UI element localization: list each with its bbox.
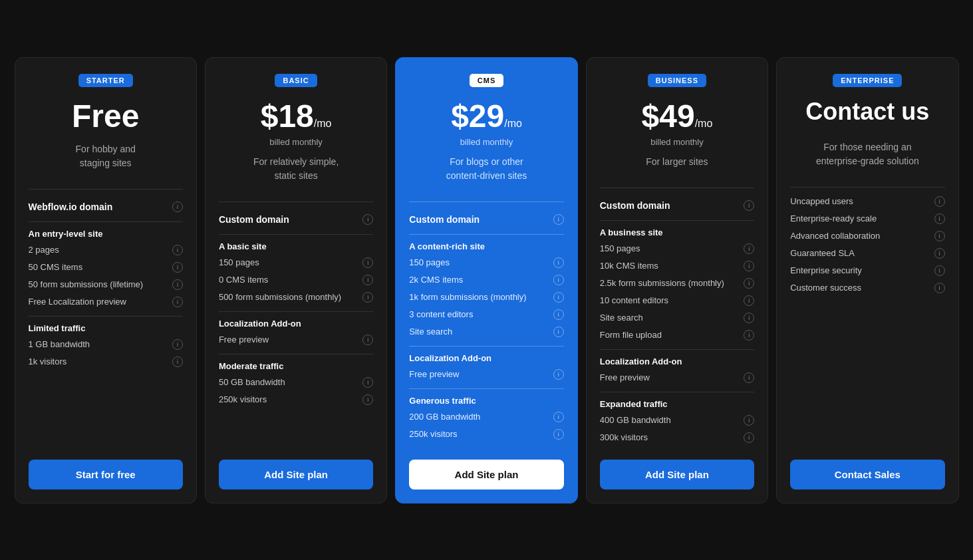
cta-button-enterprise[interactable]: Contact Sales — [790, 460, 944, 490]
feature-item-enterprise-0-1: Enterprise-ready scalei — [790, 210, 944, 227]
feature-category-cms-1: Localization Add-on — [409, 353, 563, 363]
cta-button-basic[interactable]: Add Site plan — [219, 460, 373, 490]
feature-label-basic-0-0: 150 pages — [219, 257, 358, 267]
info-icon-basic-2-0[interactable]: i — [362, 377, 373, 388]
plan-billing-business: billed monthly — [600, 137, 754, 147]
info-icon-basic-1-0[interactable]: i — [362, 335, 373, 345]
info-icon-cms-2-0[interactable]: i — [553, 412, 564, 422]
info-icon-enterprise-0-2[interactable]: i — [934, 231, 945, 241]
info-icon-starter-1-0[interactable]: i — [172, 339, 183, 350]
info-icon-enterprise-0-0[interactable]: i — [934, 196, 945, 207]
domain-info-icon-cms[interactable]: i — [553, 214, 564, 225]
info-icon-basic-2-1[interactable]: i — [362, 394, 373, 405]
feature-label-cms-1-0: Free preview — [409, 369, 549, 379]
info-icon-cms-0-0[interactable]: i — [553, 257, 564, 268]
info-icon-business-0-0[interactable]: i — [744, 243, 754, 254]
feature-item-business-0-5: Form file uploadi — [600, 327, 754, 344]
info-icon-starter-0-3[interactable]: i — [172, 297, 183, 307]
feature-item-basic-2-1: 250k visitorsi — [219, 391, 373, 408]
plan-price-enterprise: Contact us — [790, 98, 944, 126]
plan-price-starter: Free — [29, 98, 183, 134]
domain-feature-basic: Custom domaini — [219, 208, 373, 229]
feature-item-cms-0-4: Site searchi — [409, 323, 563, 341]
info-icon-starter-0-1[interactable]: i — [172, 262, 183, 273]
domain-label-cms: Custom domain — [409, 214, 480, 225]
info-icon-basic-0-0[interactable]: i — [362, 257, 373, 268]
feature-item-business-0-1: 10k CMS itemsi — [600, 257, 754, 275]
feature-item-basic-2-0: 50 GB bandwidthi — [219, 374, 373, 391]
plan-price-area-enterprise: Contact us — [790, 98, 944, 132]
info-icon-cms-2-1[interactable]: i — [553, 429, 564, 440]
cta-button-starter[interactable]: Start for free — [29, 460, 183, 490]
domain-info-icon-business[interactable]: i — [744, 200, 754, 211]
feature-item-starter-0-3: Free Localization previewi — [29, 293, 183, 311]
pricing-grid: STARTERFreeFor hobby andstaging sitesWeb… — [15, 57, 959, 503]
feature-item-cms-0-0: 150 pagesi — [409, 254, 563, 271]
feature-item-cms-0-2: 1k form submissions (monthly)i — [409, 289, 563, 306]
feature-item-business-0-3: 10 content editorsi — [600, 292, 754, 309]
info-icon-business-1-0[interactable]: i — [744, 372, 754, 383]
info-icon-business-0-5[interactable]: i — [744, 330, 754, 341]
cta-button-business[interactable]: Add Site plan — [600, 460, 754, 490]
info-icon-cms-0-3[interactable]: i — [553, 309, 564, 320]
feature-item-business-0-0: 150 pagesi — [600, 240, 754, 257]
plan-badge-business: BUSINESS — [648, 74, 706, 87]
info-icon-business-2-1[interactable]: i — [744, 432, 754, 443]
feature-label-basic-0-2: 500 form submissions (monthly) — [219, 292, 358, 302]
plan-description-basic: For relatively simple,static sites — [219, 155, 373, 183]
plan-card-cms: CMS$29/mobilled monthlyFor blogs or othe… — [395, 57, 577, 503]
feature-category-business-1: Localization Add-on — [600, 356, 754, 366]
feature-label-enterprise-0-4: Enterprise security — [790, 265, 930, 275]
feature-label-business-0-5: Form file upload — [600, 330, 740, 340]
feature-label-cms-2-0: 200 GB bandwidth — [409, 412, 549, 422]
feature-category-basic-2: Moderate traffic — [219, 361, 373, 371]
info-icon-cms-0-1[interactable]: i — [553, 275, 564, 285]
info-icon-enterprise-0-3[interactable]: i — [934, 248, 945, 259]
feature-item-enterprise-0-4: Enterprise securityi — [790, 262, 944, 279]
info-icon-basic-0-2[interactable]: i — [362, 292, 373, 303]
plan-price-period-cms: /mo — [504, 118, 522, 129]
info-icon-business-0-1[interactable]: i — [744, 261, 754, 271]
plan-description-cms: For blogs or othercontent-driven sites — [409, 155, 563, 183]
plan-description-business: For larger sites — [600, 155, 754, 169]
feature-label-starter-1-0: 1 GB bandwidth — [29, 339, 168, 349]
feature-label-cms-2-1: 250k visitors — [409, 429, 549, 439]
info-icon-cms-0-2[interactable]: i — [553, 292, 564, 303]
domain-label-business: Custom domain — [600, 200, 670, 211]
info-icon-business-0-3[interactable]: i — [744, 295, 754, 306]
plan-price-amount-cms: $29 — [451, 98, 504, 134]
feature-item-enterprise-0-2: Advanced collaborationi — [790, 227, 944, 245]
feature-item-starter-0-0: 2 pagesi — [29, 241, 183, 259]
feature-label-enterprise-0-3: Guaranteed SLA — [790, 248, 930, 258]
feature-label-cms-0-1: 2k CMS items — [409, 275, 549, 285]
info-icon-business-0-2[interactable]: i — [744, 278, 754, 289]
info-icon-starter-1-1[interactable]: i — [172, 356, 183, 367]
domain-feature-starter: Webflow.io domaini — [29, 195, 183, 216]
info-icon-cms-1-0[interactable]: i — [553, 369, 564, 380]
feature-label-cms-0-0: 150 pages — [409, 257, 549, 267]
info-icon-starter-0-2[interactable]: i — [172, 279, 183, 290]
info-icon-business-0-4[interactable]: i — [744, 313, 754, 323]
feature-item-enterprise-0-3: Guaranteed SLAi — [790, 245, 944, 262]
info-icon-cms-0-4[interactable]: i — [553, 327, 564, 337]
plan-billing-cms: billed monthly — [409, 137, 563, 147]
info-icon-basic-0-1[interactable]: i — [362, 275, 373, 285]
feature-item-business-2-0: 400 GB bandwidthi — [600, 412, 754, 429]
feature-item-business-0-2: 2.5k form submissions (monthly)i — [600, 275, 754, 292]
feature-label-basic-0-1: 0 CMS items — [219, 275, 358, 285]
domain-info-icon-basic[interactable]: i — [362, 214, 373, 225]
feature-item-starter-1-0: 1 GB bandwidthi — [29, 336, 183, 353]
cta-button-cms[interactable]: Add Site plan — [409, 460, 563, 490]
feature-category-cms-2: Generous traffic — [409, 396, 563, 406]
plan-price-area-starter: Free — [29, 98, 183, 134]
plan-description-starter: For hobby andstaging sites — [29, 142, 183, 170]
info-icon-enterprise-0-1[interactable]: i — [934, 213, 945, 224]
feature-item-starter-0-1: 50 CMS itemsi — [29, 259, 183, 276]
feature-label-enterprise-0-2: Advanced collaboration — [790, 231, 930, 241]
info-icon-enterprise-0-4[interactable]: i — [934, 265, 945, 276]
info-icon-enterprise-0-5[interactable]: i — [934, 283, 945, 293]
info-icon-starter-0-0[interactable]: i — [172, 245, 183, 255]
feature-label-cms-0-3: 3 content editors — [409, 309, 549, 319]
domain-info-icon-starter[interactable]: i — [172, 202, 183, 212]
info-icon-business-2-0[interactable]: i — [744, 415, 754, 426]
